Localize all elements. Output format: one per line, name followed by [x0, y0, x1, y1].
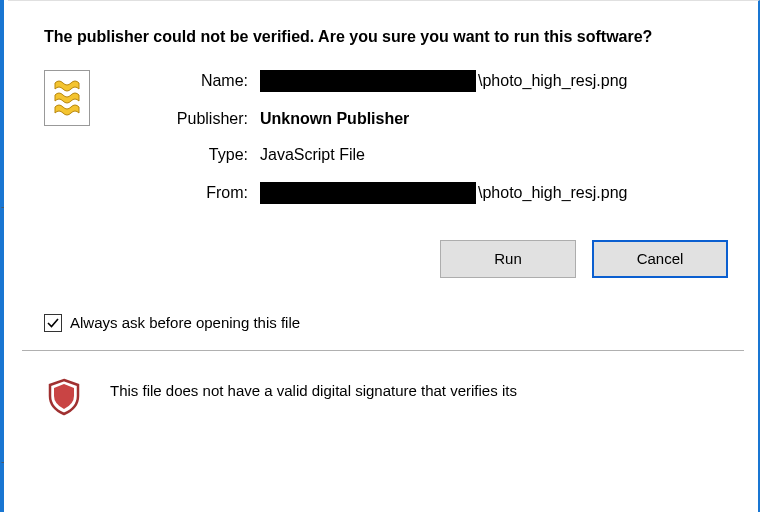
redacted-path [260, 70, 476, 92]
from-label: From: [114, 184, 254, 202]
publisher-label: Publisher: [114, 110, 254, 128]
security-warning-dialog: The publisher could not be verified. Are… [8, 0, 760, 512]
name-label: Name: [114, 72, 254, 90]
script-file-icon [44, 70, 108, 126]
cancel-button[interactable]: Cancel [592, 240, 728, 278]
name-value: \photo_high_resj.png [260, 70, 728, 92]
shield-warning-icon [44, 376, 84, 416]
footer-warning-text: This file does not have a valid digital … [110, 376, 517, 401]
run-button[interactable]: Run [440, 240, 576, 278]
redacted-path [260, 182, 476, 204]
type-label: Type: [114, 146, 254, 164]
type-value: JavaScript File [260, 146, 728, 164]
always-ask-label: Always ask before opening this file [70, 314, 300, 331]
always-ask-checkbox[interactable] [44, 314, 62, 332]
publisher-value: Unknown Publisher [260, 110, 728, 128]
from-value: \photo_high_resj.png [260, 182, 728, 204]
dialog-heading: The publisher could not be verified. Are… [44, 27, 728, 48]
